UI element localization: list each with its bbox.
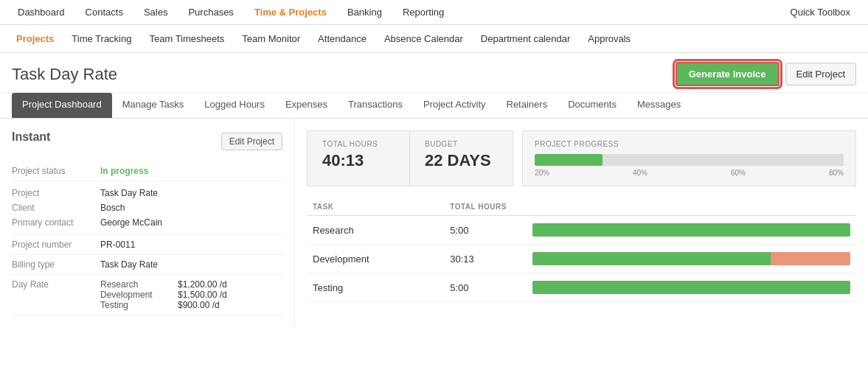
top-nav-item-time-projects[interactable]: Time & Projects [244,0,337,25]
task-bar-development [527,245,856,273]
total-hours-box: TOTAL HOURS 40:13 [307,130,410,186]
info-label-day-rate: Day Rate [12,279,100,290]
project-tabs: Project Dashboard Manage Tasks Logged Ho… [0,93,868,119]
table-row: Research 5:00 [307,216,856,245]
left-panel: Instant Edit Project Project status In p… [0,119,295,327]
tick-60: 60% [731,169,746,177]
info-label-status: Project status [12,166,100,176]
right-panel: TOTAL HOURS 40:13 BUDGET 22 DAYS PROJECT… [295,119,868,327]
tick-20: 20% [535,169,549,177]
info-label-project: Project [12,188,100,198]
task-table-header-row: TASK TOTAL HOURS [307,198,856,216]
task-bar-bg-development [532,252,850,265]
main-content: Instant Edit Project Project status In p… [0,119,868,327]
progress-bar-fill [535,154,603,166]
stats-row: TOTAL HOURS 40:13 BUDGET 22 DAYS PROJECT… [307,130,856,186]
task-bar-green-development [532,252,771,265]
info-row-status: Project status In progress [12,161,282,181]
second-nav-item-projects[interactable]: Projects [7,25,63,53]
top-nav: Dashboard Contacts Sales Purchases Time … [0,0,868,25]
top-nav-item-reporting[interactable]: Reporting [392,0,454,25]
second-nav-item-approvals[interactable]: Approvals [579,25,639,53]
day-rate-label-testing: Testing [100,300,163,310]
tab-documents[interactable]: Documents [558,93,627,118]
budget-label: BUDGET [425,140,498,148]
day-rate-row-development: Development $1,500.00 /d [100,290,227,300]
progress-ticks: 20% 40% 60% 80% [535,169,844,177]
left-panel-title: Instant [12,130,50,144]
info-label-client: Client [12,203,100,213]
tab-retainers[interactable]: Retainers [496,93,558,118]
info-row-project-number: Project number PR-0011 [12,235,282,255]
info-row-project: Project Task Day Rate Client Bosch Prima… [12,181,282,235]
day-rate-table: Research $1,200.00 /d Development $1,500… [100,279,227,310]
edit-project-header-button[interactable]: Edit Project [785,63,856,85]
page-header: Task Day Rate Generate invoice Edit Proj… [0,53,868,93]
task-bar-red-development [771,252,850,265]
tick-40: 40% [633,169,647,177]
bar-col-header [527,198,856,216]
info-label-primary-contact: Primary contact [12,217,100,228]
tab-project-activity[interactable]: Project Activity [413,93,496,118]
tab-logged-hours[interactable]: Logged Hours [194,93,275,118]
second-nav-item-time-tracking[interactable]: Time Tracking [63,25,140,53]
top-nav-item-contacts[interactable]: Contacts [75,0,133,25]
second-nav-item-team-monitor[interactable]: Team Monitor [233,25,309,53]
tab-transactions[interactable]: Transactions [338,93,413,118]
table-row: Testing 5:00 [307,273,856,302]
day-rate-row-research: Research $1,200.00 /d [100,279,227,290]
task-name-testing: Testing [307,273,444,302]
top-nav-item-sales[interactable]: Sales [133,0,178,25]
task-hours-testing: 5:00 [444,273,527,302]
quick-toolbox[interactable]: Quick Toolbox [780,0,861,25]
day-rate-val-research: $1,200.00 /d [178,279,227,290]
task-hours-research: 5:00 [444,216,527,245]
info-value-project-number: PR-0011 [100,240,135,250]
task-bar-bg-testing [532,281,850,294]
task-bar-green-research [532,223,850,237]
second-nav-item-absence-calendar[interactable]: Absence Calendar [375,25,472,53]
second-nav-item-team-timesheets[interactable]: Team Timesheets [140,25,233,53]
left-panel-edit-button[interactable]: Edit Project [221,133,282,150]
tab-manage-tasks[interactable]: Manage Tasks [112,93,195,118]
generate-invoice-button[interactable]: Generate invoice [676,62,780,86]
budget-box: BUDGET 22 DAYS [410,130,513,186]
info-value-billing-type: Task Day Rate [100,259,158,270]
day-rate-val-testing: $900.00 /d [178,300,220,310]
budget-value: 22 DAYS [425,151,498,170]
top-nav-item-dashboard[interactable]: Dashboard [7,0,75,25]
day-rate-row-testing: Testing $900.00 /d [100,300,227,310]
top-nav-item-purchases[interactable]: Purchases [178,0,243,25]
day-rate-label-research: Research [100,279,163,290]
task-hours-development: 30:13 [444,245,527,273]
second-nav: Projects Time Tracking Team Timesheets T… [0,25,868,53]
second-nav-item-department-calendar[interactable]: Department calendar [472,25,579,53]
second-nav-item-attendance[interactable]: Attendance [309,25,375,53]
task-bar-testing [527,273,856,302]
tab-messages[interactable]: Messages [627,93,691,118]
info-value-project: Task Day Rate [100,188,158,198]
tick-80: 80% [829,169,844,177]
hours-col-header: TOTAL HOURS [444,198,527,216]
task-bar-research [527,216,856,245]
tab-expenses[interactable]: Expenses [275,93,338,118]
info-value-status: In progress [100,166,148,176]
day-rate-label-development: Development [100,290,163,300]
info-label-project-number: Project number [12,240,100,250]
total-hours-label: TOTAL HOURS [322,140,395,148]
progress-bar-container [535,154,844,166]
tab-project-dashboard[interactable]: Project Dashboard [12,93,112,118]
info-row-billing: Billing type Task Day Rate [12,255,282,275]
table-row: Development 30:13 [307,245,856,273]
top-nav-item-banking[interactable]: Banking [337,0,392,25]
info-row-day-rate: Day Rate Research $1,200.00 /d Developme… [12,275,282,315]
task-bar-green-testing [532,281,850,294]
info-value-primary-contact: George McCain [100,217,162,228]
progress-title: PROJECT PROGRESS [535,140,844,148]
task-name-research: Research [307,216,444,245]
total-hours-value: 40:13 [322,151,395,170]
task-table: TASK TOTAL HOURS Research 5:00 [307,198,856,302]
progress-section: PROJECT PROGRESS 20% 40% 60% 80% [522,130,856,186]
page-title: Task Day Rate [12,65,676,84]
info-value-client: Bosch [100,203,125,213]
